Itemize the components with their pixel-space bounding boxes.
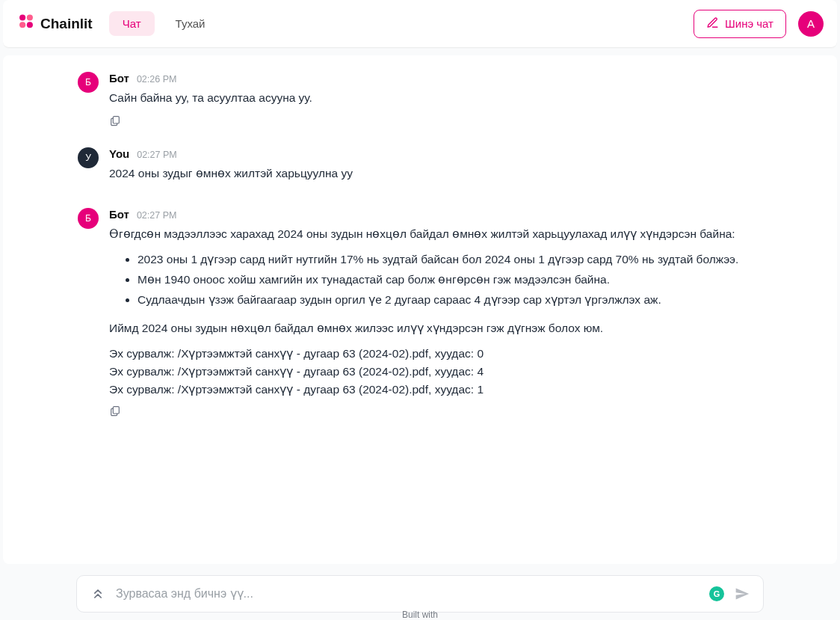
message-author: Бот [109,208,129,221]
topbar-right: Шинэ чат A [694,10,824,38]
new-chat-label: Шинэ чат [725,17,773,30]
user-avatar[interactable]: A [798,11,824,37]
message-avatar: У [78,147,99,168]
message-content: 2024 оны зудыг өмнөх жилтэй харьцуулна у… [109,165,807,182]
svg-point-3 [27,22,33,28]
message-body: You02:27 PM2024 оны зудыг өмнөх жилтэй х… [109,147,807,190]
nav-tabs: Чат Тухай [109,11,219,36]
message-bullet: Мөн 1940 оноос хойш хамгийн их тунадаста… [138,271,807,289]
message-paragraph: Өгөгдсөн мэдээллээс харахад 2024 оны зуд… [109,225,807,243]
message-input[interactable] [116,587,699,601]
message-body: Бот02:26 PMСайн байна уу, та асуултаа ас… [109,72,807,129]
topbar: Chainlit Чат Тухай Шинэ чат A [3,0,837,48]
message-content: Сайн байна уу, та асуултаа асууна уу. [109,89,807,107]
message-paragraph: Сайн байна уу, та асуултаа асууна уу. [109,89,807,107]
message-header: You02:27 PM [109,147,807,160]
message-row: ББот02:26 PMСайн байна уу, та асуултаа а… [3,66,837,135]
message-bullet: Судлаачдын үзэж байгаагаар зудын оргил ү… [138,291,807,309]
message-bullet: 2023 оны 1 дүгээр сард нийт нутгийн 17% … [138,251,807,268]
message-body: Бот02:27 PMӨгөгдсөн мэдээллээс харахад 2… [109,208,807,420]
svg-rect-4 [113,117,119,123]
message-time: 02:27 PM [137,210,177,221]
edit-icon [706,16,719,31]
grammarly-icon[interactable]: G [709,586,724,601]
footer-credit: Built with [0,610,840,620]
user-avatar-letter: A [807,17,815,30]
message-author: Бот [109,72,129,85]
message-time: 02:26 PM [137,74,177,85]
message-header: Бот02:26 PM [109,72,807,85]
copy-icon[interactable] [109,114,124,129]
message-source: Эх сурвалж: /Хүртээмжтэй санхүү - дугаар… [109,345,807,363]
svg-point-1 [27,14,33,20]
svg-point-0 [19,14,25,20]
message-row: УYou02:27 PM2024 оны зудыг өмнөх жилтэй … [3,141,837,196]
message-paragraph: Иймд 2024 оны зудын нөхцөл байдал өмнөх … [109,319,807,337]
chainlit-logo-icon [16,13,36,35]
composer-wrap: G [0,575,840,613]
message-source: Эх сурвалж: /Хүртээмжтэй санхүү - дугаар… [109,381,807,399]
svg-rect-5 [113,407,119,414]
message-header: Бот02:27 PM [109,208,807,221]
send-icon[interactable] [735,586,750,601]
message-source: Эх сурвалж: /Хүртээмжтэй санхүү - дугаар… [109,363,807,381]
message-avatar: Б [78,208,99,229]
brand-name: Chainlit [40,16,93,32]
message-author: You [109,147,129,160]
svg-point-2 [19,22,25,28]
expand-icon[interactable] [90,586,105,601]
new-chat-button[interactable]: Шинэ чат [694,10,786,38]
message-row: ББот02:27 PMӨгөгдсөн мэдээллээс харахад … [3,202,837,426]
message-content: Өгөгдсөн мэдээллээс харахад 2024 оны зуд… [109,225,807,399]
tab-chat[interactable]: Чат [109,11,155,36]
message-bullet-list: 2023 оны 1 дүгээр сард нийт нутгийн 17% … [126,251,807,309]
brand-logo[interactable]: Chainlit [16,13,93,35]
message-paragraph: 2024 оны зудыг өмнөх жилтэй харьцуулна у… [109,165,807,182]
message-time: 02:27 PM [137,150,177,160]
composer: G [76,575,764,613]
message-avatar: Б [78,72,99,93]
tab-about[interactable]: Тухай [162,11,219,36]
copy-icon[interactable] [109,405,124,420]
chat-scroll-area[interactable]: ББот02:26 PMСайн байна уу, та асуултаа а… [3,55,837,564]
